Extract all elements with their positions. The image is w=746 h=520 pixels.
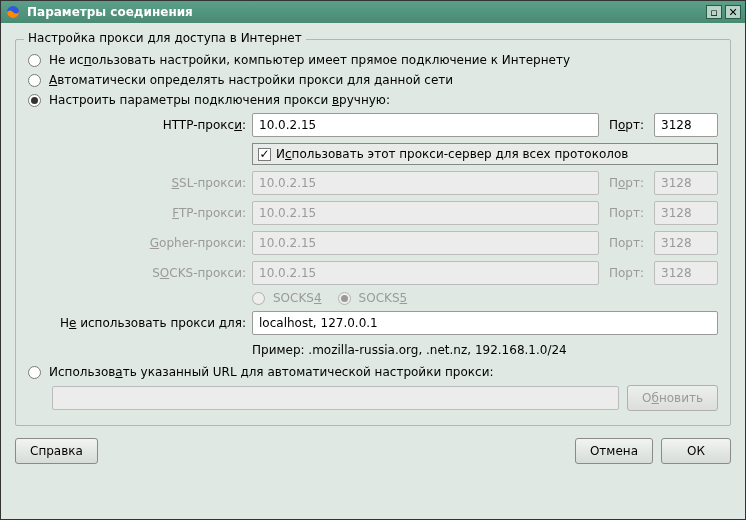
http-proxy-label: HTTP-прокси: xyxy=(28,118,246,132)
ssl-proxy-host xyxy=(252,171,599,195)
auto-url-row: Обновить xyxy=(52,385,718,411)
socks-version-row: SOCKS 4 SOCKS 5 xyxy=(252,291,718,305)
radio-label: Настроить параметры подключения прокси в… xyxy=(49,93,390,107)
gopher-port-label: Порт: xyxy=(605,236,648,250)
checkbox-label: Использовать этот прокси-сервер для всех… xyxy=(276,147,628,161)
window-title: Параметры соединения xyxy=(27,5,703,19)
radio-icon xyxy=(338,292,351,305)
dialog-buttons: Справка Отмена ОК xyxy=(1,426,745,476)
http-proxy-host[interactable] xyxy=(252,113,599,137)
radio-icon xyxy=(252,292,265,305)
radio-icon xyxy=(28,94,41,107)
no-proxy-input[interactable] xyxy=(252,311,718,335)
help-button[interactable]: Справка xyxy=(15,438,98,464)
gopher-proxy-label: Gopher-прокси: xyxy=(28,236,246,250)
radio-icon xyxy=(28,74,41,87)
ssl-proxy-label: SSL-прокси: xyxy=(28,176,246,190)
proxy-groupbox: Настройка прокси для доступа в Интернет … xyxy=(15,39,731,426)
socks-proxy-host xyxy=(252,261,599,285)
app-icon xyxy=(5,4,21,20)
radio-icon xyxy=(28,366,41,379)
http-proxy-port[interactable] xyxy=(654,113,718,137)
no-proxy-hint: Пример: .mozilla-russia.org, .net.nz, 19… xyxy=(252,343,718,357)
radio-auto-detect[interactable]: Автоматически определять настройки прокс… xyxy=(28,73,718,87)
checkbox-icon xyxy=(258,148,271,161)
radio-label: Автоматически определять настройки прокс… xyxy=(49,73,453,87)
groupbox-legend: Настройка прокси для доступа в Интернет xyxy=(24,31,306,45)
gopher-proxy-port xyxy=(654,231,718,255)
radio-label: Использовать указанный URL для автоматич… xyxy=(49,365,494,379)
socks-port-label: Порт: xyxy=(605,266,648,280)
no-proxy-label: Не использовать прокси для: xyxy=(28,316,246,330)
http-port-label: Порт: xyxy=(605,118,648,132)
radio-label: Не использовать настройки, компьютер име… xyxy=(49,53,570,67)
window: Параметры соединения ▫ ✕ Настройка прокс… xyxy=(0,0,746,520)
ssl-port-label: Порт: xyxy=(605,176,648,190)
content: Настройка прокси для доступа в Интернет … xyxy=(1,23,745,426)
radio-no-proxy[interactable]: Не использовать настройки, компьютер име… xyxy=(28,53,718,67)
use-for-all-checkbox[interactable]: Использовать этот прокси-сервер для всех… xyxy=(252,143,718,165)
radio-manual[interactable]: Настроить параметры подключения прокси в… xyxy=(28,93,718,107)
ftp-proxy-host xyxy=(252,201,599,225)
radio-auto-url[interactable]: Использовать указанный URL для автоматич… xyxy=(28,365,718,379)
ftp-proxy-label: FTP-прокси: xyxy=(28,206,246,220)
ssl-proxy-port xyxy=(654,171,718,195)
socks-proxy-port xyxy=(654,261,718,285)
ftp-proxy-port xyxy=(654,201,718,225)
gopher-proxy-host xyxy=(252,231,599,255)
radio-icon xyxy=(28,54,41,67)
radio-socks5: SOCKS 5 xyxy=(338,291,408,305)
proxy-form: HTTP-прокси: Порт: Использовать этот про… xyxy=(28,113,718,357)
auto-url-input xyxy=(52,386,619,410)
ok-button[interactable]: ОК xyxy=(661,438,731,464)
cancel-button[interactable]: Отмена xyxy=(575,438,653,464)
titlebar: Параметры соединения ▫ ✕ xyxy=(1,1,745,23)
ftp-port-label: Порт: xyxy=(605,206,648,220)
socks-proxy-label: SOCKS-прокси: xyxy=(28,266,246,280)
maximize-button[interactable]: ▫ xyxy=(706,5,722,19)
radio-socks4: SOCKS 4 xyxy=(252,291,322,305)
refresh-button: Обновить xyxy=(627,385,718,411)
close-button[interactable]: ✕ xyxy=(725,5,741,19)
